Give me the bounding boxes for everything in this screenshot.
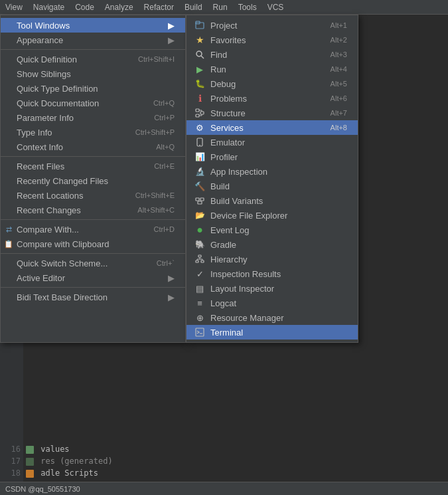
menu-item-show-siblings[interactable]: Show Siblings [1,66,185,81]
tw-build[interactable]: 🔨 Build [187,179,358,193]
tw-services[interactable]: ⚙ Services Alt+8 [187,120,358,135]
separator-2 [1,156,185,157]
tw-event-log[interactable]: ● Event Log [187,223,358,237]
services-icon: ⚙ [193,121,206,134]
tw-emulator[interactable]: Emulator [187,135,358,149]
event-log-icon: ● [193,223,206,237]
svg-rect-13 [196,198,199,201]
line-num-16: 16 [11,443,21,455]
tw-device-file[interactable]: 📂 Device File Explorer [187,208,358,223]
compare-icon: ⇄ [3,224,14,235]
favorites-icon: ★ [193,33,206,47]
tw-logcat[interactable]: ≡ Logcat [187,296,358,310]
structure-icon [193,106,206,120]
menu-item-recent-locations[interactable]: Recent Locations Ctrl+Shift+E [1,188,185,203]
editor-line-res: res (generated) [26,455,113,467]
logcat-icon: ≡ [193,296,206,310]
menu-item-compare-with[interactable]: ⇄ Compare With... Ctrl+D [1,222,185,237]
menu-item-quick-doc[interactable]: Quick Documentation Ctrl+Q [1,96,185,110]
menu-item-recent-changes[interactable]: Recent Changes Alt+Shift+C [1,203,185,217]
tool-windows-submenu: Project Alt+1 ★ Favorites Alt+2 Find Alt… [186,15,358,343]
menu-item-context-info[interactable]: Context Info Alt+Q [1,140,185,154]
inspection-results-icon: ✓ [193,267,206,280]
svg-rect-17 [196,260,198,262]
bottom-bar: CSDN @qq_50551730 [0,482,448,495]
menu-refactor[interactable]: Refactor [139,1,179,13]
menu-item-quick-definition[interactable]: Quick Definition Ctrl+Shift+I [1,52,185,66]
active-editor-arrow: ▶ [168,273,175,283]
menu-view[interactable]: View [0,1,28,13]
line-num-17: 17 [11,455,21,467]
tw-run[interactable]: ▶ Run Alt+4 [187,62,358,76]
svg-rect-4 [196,109,199,112]
menu-item-appearance[interactable]: Appearance ▶ [1,33,185,47]
tw-debug[interactable]: 🐛 Debug Alt+5 [187,76,358,91]
clipboard-icon: 📋 [3,239,14,249]
svg-line-3 [201,56,204,58]
tw-inspection-results[interactable]: ✓ Inspection Results [187,266,358,281]
project-icon [193,19,206,32]
tw-layout-inspector[interactable]: ▤ Layout Inspector [187,281,358,296]
submenu-arrow-appearance: ▶ [168,35,175,45]
line-num-18: 18 [11,467,21,479]
menu-tools[interactable]: Tools [233,1,262,13]
tw-resource-manager[interactable]: ⊕ Resource Manager [187,310,358,325]
svg-rect-14 [200,198,204,201]
menu-item-type-info[interactable]: Type Info Ctrl+Shift+P [1,125,185,140]
menu-item-recent-files[interactable]: Recent Files Ctrl+E [1,159,185,173]
menu-vcs[interactable]: VCS [262,1,289,13]
view-menu-dropdown: Tool Windows ▶ Appearance ▶ Quick Defini… [0,15,186,343]
menu-item-bidi[interactable]: Bidi Text Base Direction ▶ [1,290,185,304]
separator-3 [1,219,185,220]
watermark-text: CSDN @qq_50551730 [5,485,80,493]
app-inspection-icon: 🔬 [193,165,206,178]
menu-item-recently-changed[interactable]: Recently Changed Files [1,173,185,188]
menu-run[interactable]: Run [208,1,233,13]
separator-1 [1,49,185,50]
build-variants-icon [193,194,206,207]
menu-item-tool-windows[interactable]: Tool Windows ▶ [1,18,185,33]
debug-icon: 🐛 [193,77,206,90]
menu-item-quick-type-def[interactable]: Quick Type Definition [1,81,185,96]
layout-inspector-icon: ▤ [193,282,206,295]
tw-app-inspection[interactable]: 🔬 App Inspection [187,164,358,179]
tw-find[interactable]: Find Alt+3 [187,47,358,62]
menu-item-compare-clipboard[interactable]: 📋 Compare with Clipboard [1,237,185,251]
svg-rect-15 [198,201,202,204]
tw-problems[interactable]: ℹ Problems Alt+6 [187,91,358,106]
bidi-arrow: ▶ [168,292,175,302]
svg-rect-5 [196,114,199,117]
svg-rect-18 [201,260,204,262]
tw-terminal[interactable]: Terminal [187,325,358,340]
tw-build-variants[interactable]: Build Variants [187,193,358,208]
appearance-icon [3,35,14,45]
separator-5 [1,287,185,288]
tw-structure[interactable]: Structure Alt+7 [187,106,358,120]
tw-gradle[interactable]: 🐘 Gradle [187,237,358,252]
run-icon: ▶ [193,62,206,76]
submenu-arrow: ▶ [168,21,175,31]
build-icon: 🔨 [193,179,206,193]
menu-analyze[interactable]: Analyze [100,1,139,13]
emulator-icon [193,136,206,149]
menu-navigate[interactable]: Navigate [28,1,70,13]
tool-windows-icon [3,20,14,31]
menu-code[interactable]: Code [70,1,100,13]
svg-rect-6 [200,112,204,114]
tw-project[interactable]: Project Alt+1 [187,18,358,33]
tw-profiler[interactable]: 📊 Profiler [187,149,358,164]
tw-hierarchy[interactable]: Hierarchy [187,252,358,266]
gradle-icon: 🐘 [193,238,206,251]
menu-item-active-editor[interactable]: Active Editor ▶ [1,270,185,285]
hierarchy-icon [193,252,206,266]
separator-4 [1,253,185,254]
svg-point-2 [196,51,202,56]
editor-line-gradle: adle Scripts [26,467,98,479]
tw-favorites[interactable]: ★ Favorites Alt+2 [187,33,358,47]
device-file-icon: 📂 [193,209,206,222]
menu-item-parameter-info[interactable]: Parameter Info Ctrl+P [1,110,185,125]
menu-build[interactable]: Build [179,1,208,13]
menu-item-quick-switch[interactable]: Quick Switch Scheme... Ctrl+` [1,256,185,270]
terminal-icon [193,326,206,339]
profiler-icon: 📊 [193,150,206,163]
